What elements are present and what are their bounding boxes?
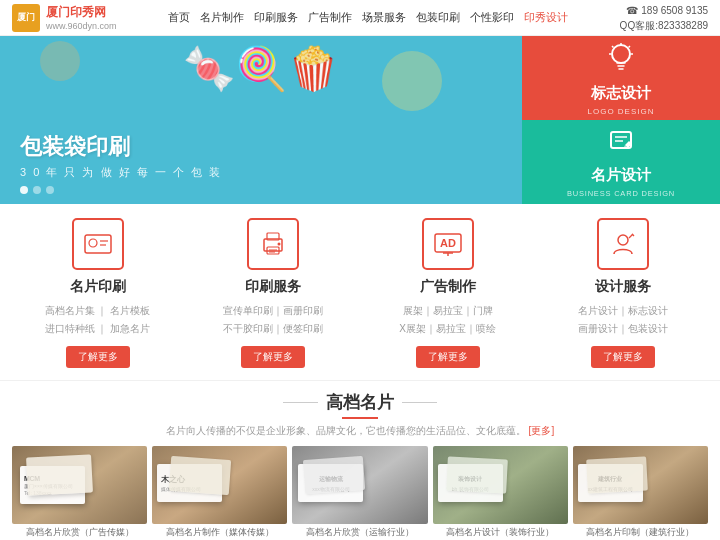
svg-line-2 [612,46,614,48]
service-4-desc: 名片设计｜标志设计 画册设计｜包装设计 [545,302,700,338]
bulb-icon [605,41,637,80]
svg-point-0 [612,45,630,63]
logo-design-label-en: LOGO DESIGN [587,107,654,116]
card-label-3: 高档名片欣赏（运输行业） [292,527,427,539]
card-item-3[interactable]: 运输物流 xxx物流有限公司 高档名片欣赏（运输行业） [292,446,427,539]
dot-3[interactable] [46,186,54,194]
premium-desc: 名片向人传播的不仅是企业形象、品牌文化，它也传播您的生活品位、文化底蕴。 [更多… [12,424,708,438]
service-3-name: 广告制作 [370,278,525,296]
card-label-4: 高档名片设计（装饰行业） [433,527,568,539]
card-design-label: 名片设计 [591,166,651,185]
nav-ad[interactable]: 广告制作 [308,10,352,25]
service-print: 印刷服务 宣传单印刷｜画册印刷 不干胶印刷｜便签印刷 了解更多 [195,218,350,368]
service-4-name: 设计服务 [545,278,700,296]
service-3-btn[interactable]: 了解更多 [416,346,480,368]
card-img-3: 运输物流 xxx物流有限公司 [292,446,427,524]
phone-number: ☎ 189 6508 9135 [620,3,708,18]
banner-title: 包装袋印刷 [20,132,502,162]
pencil-icon [605,127,637,162]
namecard-icon [72,218,124,270]
svg-line-25 [632,234,634,236]
nav-home[interactable]: 首页 [168,10,190,25]
service-1-desc: 高档名片集 ｜ 名片模板 进口特种纸 ｜ 加急名片 [20,302,175,338]
card-img-4: 装饰设计 bh 装饰有限公司 [433,446,568,524]
premium-section: 高档名片 名片向人传播的不仅是企业形象、品牌文化，它也传播您的生活品位、文化底蕴… [0,381,720,540]
logo-design-label: 标志设计 [591,84,651,103]
banner: 🍬🍭🍿 包装袋印刷 3 0 年 只 为 做 好 每 一 个 包 装 [0,36,720,204]
card-img-1: MCM 厦门×××传媒有限公司 Tel: 138xxxx [12,446,147,524]
dot-2[interactable] [33,186,41,194]
service-ad: AD 广告制作 展架｜易拉宝｜门牌 X展架｜易拉宝｜喷绘 了解更多 [370,218,525,368]
service-2-desc: 宣传单印刷｜画册印刷 不干胶印刷｜便签印刷 [195,302,350,338]
card-img-5: 建筑行业 xx建筑工程有限公司 [573,446,708,524]
design-icon [597,218,649,270]
service-namecard: 名片印刷 高档名片集 ｜ 名片模板 进口特种纸 ｜ 加急名片 了解更多 [20,218,175,368]
svg-point-23 [618,235,628,245]
nav-scene[interactable]: 场景服务 [362,10,406,25]
dot-1[interactable] [20,186,28,194]
card-label-5: 高档名片印制（建筑行业） [573,527,708,539]
service-2-btn[interactable]: 了解更多 [241,346,305,368]
card-item-4[interactable]: 装饰设计 bh 装饰有限公司 高档名片设计（装饰行业） [433,446,568,539]
contact-info: ☎ 189 6508 9135 QQ客服:823338289 [620,3,708,33]
card-label-1: 高档名片欣赏（广告传媒） [12,527,147,539]
service-design: 设计服务 名片设计｜标志设计 画册设计｜包装设计 了解更多 [545,218,700,368]
card-item-5[interactable]: 建筑行业 xx建筑工程有限公司 高档名片印制（建筑行业） [573,446,708,539]
print-icon [247,218,299,270]
card-img-2: 木之心 媒体传媒有限公司 [152,446,287,524]
service-2-name: 印刷服务 [195,278,350,296]
banner-side: 标志设计 LOGO DESIGN 名片设计 BUSINESS CARD DESI… [522,36,720,204]
service-1-btn[interactable]: 了解更多 [66,346,130,368]
nav-package[interactable]: 包装印刷 [416,10,460,25]
premium-title: 高档名片 [12,391,708,414]
banner-card-design[interactable]: 名片设计 BUSINESS CARD DESIGN [522,120,720,204]
service-1-name: 名片印刷 [20,278,175,296]
header: 厦门 厦门印秀网 www.960dyn.com 首页 名片制作 印刷服务 广告制… [0,0,720,36]
nav-namecard[interactable]: 名片制作 [200,10,244,25]
card-item-1[interactable]: MCM 厦门×××传媒有限公司 Tel: 138xxxx 高档名片欣赏（广告传媒… [12,446,147,539]
nav-personal[interactable]: 个性影印 [470,10,514,25]
nav-design[interactable]: 印秀设计 [524,10,568,25]
svg-point-10 [89,239,97,247]
main-nav: 首页 名片制作 印刷服务 广告制作 场景服务 包装印刷 个性影印 印秀设计 [168,10,568,25]
card-item-2[interactable]: 木之心 媒体传媒有限公司 高档名片制作（媒体传媒） [152,446,287,539]
banner-main: 🍬🍭🍿 包装袋印刷 3 0 年 只 为 做 好 每 一 个 包 装 [0,36,522,204]
svg-line-3 [629,46,631,48]
service-4-btn[interactable]: 了解更多 [591,346,655,368]
svg-text:AD: AD [440,237,456,249]
banner-art: 🍬🍭🍿 [183,44,339,93]
service-3-desc: 展架｜易拉宝｜门牌 X展架｜易拉宝｜喷绘 [370,302,525,338]
banner-subtitle: 3 0 年 只 为 做 好 每 一 个 包 装 [20,165,502,180]
qq-number: QQ客服:823338289 [620,18,708,33]
services-section: 名片印刷 高档名片集 ｜ 名片模板 进口特种纸 ｜ 加急名片 了解更多 印刷服务… [0,204,720,381]
card-label-2: 高档名片制作（媒体传媒） [152,527,287,539]
logo: 厦门 厦门印秀网 www.960dyn.com [12,4,117,32]
premium-more-link[interactable]: [更多] [529,425,555,436]
logo-icon: 厦门 [12,4,40,32]
svg-point-16 [277,243,280,246]
banner-logo-design[interactable]: 标志设计 LOGO DESIGN [522,36,720,120]
card-gallery: MCM 厦门×××传媒有限公司 Tel: 138xxxx 高档名片欣赏（广告传媒… [12,446,708,539]
ad-icon: AD [422,218,474,270]
logo-text: 厦门印秀网 www.960dyn.com [46,4,117,31]
card-design-label-en: BUSINESS CARD DESIGN [567,189,675,198]
nav-print[interactable]: 印刷服务 [254,10,298,25]
banner-dots [20,186,502,194]
